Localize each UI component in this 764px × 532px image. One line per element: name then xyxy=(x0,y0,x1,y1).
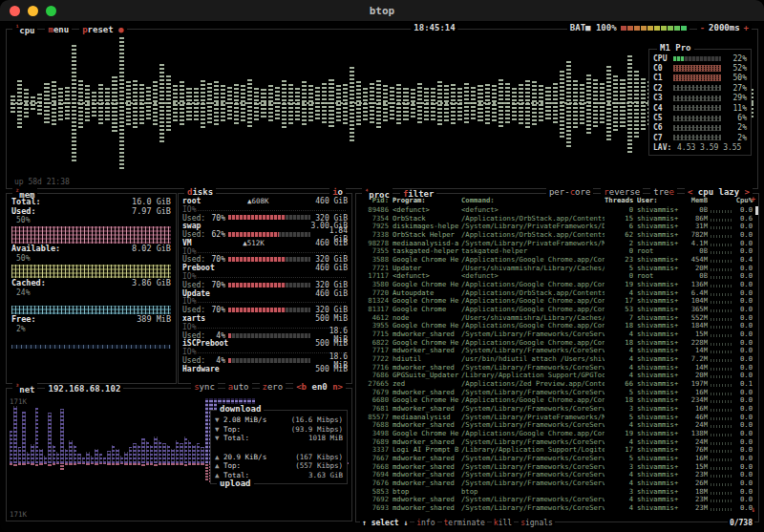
menu-button[interactable]: menu xyxy=(45,25,72,35)
net-download-bar xyxy=(112,445,115,463)
process-row[interactable]: 7668mdworker_shared/System/Library/Frame… xyxy=(360,462,754,471)
scroll-up-icon[interactable]: + xyxy=(751,195,755,203)
header-program[interactable]: Program: xyxy=(393,196,461,204)
cpu-box-title[interactable]: ¹cpu xyxy=(12,23,37,36)
minimize-button[interactable] xyxy=(28,6,38,16)
process-cpu: 0.0 xyxy=(733,264,753,272)
process-row[interactable]: 3580Google Chrome He/Applications/Google… xyxy=(360,280,754,288)
process-row[interactable]: 3498Google Chrome He/Applications/Google… xyxy=(360,429,754,437)
process-user: shivammis+ xyxy=(637,470,681,479)
process-row[interactable]: 7686GPGSuite_Updater/Library/Application… xyxy=(360,371,754,379)
info-button[interactable]: info xyxy=(414,519,436,527)
process-row[interactable]: 7667mdworker_shared/System/Library/Frame… xyxy=(360,454,754,462)
process-row[interactable]: 7715mdworker_shared/System/Library/Frame… xyxy=(360,330,754,338)
process-row[interactable]: 3588Google Chrome He/Applications/Google… xyxy=(360,255,754,264)
net-download-bar xyxy=(129,447,132,463)
disk-name-row: xarts500 MiB xyxy=(182,314,348,323)
net-sync-button[interactable]: sync xyxy=(191,382,218,393)
process-row[interactable]: 85577mediaanalysisd/System/Library/Priva… xyxy=(360,413,754,421)
process-row[interactable]: 3955Google Chrome He/Applications/Google… xyxy=(360,321,754,330)
process-user: shivammis+ xyxy=(637,296,681,305)
process-row[interactable]: 81317Google Chrome/Applications/Google C… xyxy=(360,305,754,313)
process-pid: 7689 xyxy=(360,437,389,446)
process-pid: 3580 xyxy=(360,280,389,288)
process-threads: 53 xyxy=(605,305,633,313)
process-row[interactable]: 6822Google Chrome He/Applications/Google… xyxy=(360,338,754,347)
net-upload-bar xyxy=(44,463,47,464)
process-row[interactable]: 98278mediaanalysisd-a/System/Library/Pri… xyxy=(360,239,754,247)
cpu-total-meter-fill xyxy=(673,56,684,61)
process-cpu: 0.0 xyxy=(733,470,753,479)
process-row[interactable]: 4612node/Users/shivammishra/Library/Cach… xyxy=(360,313,754,322)
select-control[interactable]: ↑ select ↓ xyxy=(360,519,410,527)
header-pid[interactable]: Pid: xyxy=(360,196,389,204)
process-user: shivammis+ xyxy=(637,479,681,487)
process-program: mdworker_shared xyxy=(393,388,461,396)
net-interface-switcher[interactable]: <b en0 n> xyxy=(293,382,346,393)
mem-box: ²mem Total: 16.0 GiB Used:7.97 GiB50%Ava… xyxy=(6,193,177,384)
process-row[interactable]: 7689mdworker_shared/System/Library/Frame… xyxy=(360,437,754,446)
process-row[interactable]: 7722hdiutil/usr/bin/hdiutil attach /User… xyxy=(360,354,754,363)
disk-used-meter xyxy=(228,257,310,262)
disk-used-row: Used:70%320 GiB xyxy=(182,306,348,314)
process-row[interactable]: 7355taskgated-helpertaskgated-helper0roo… xyxy=(360,246,754,255)
process-threads: 5 xyxy=(605,264,633,272)
disk-name: Hardware xyxy=(182,365,220,373)
process-row[interactable]: 5853btopbtop3shivammis+18M0.0 xyxy=(360,487,754,496)
net-download-bar xyxy=(107,451,110,464)
net-box-title[interactable]: ³net xyxy=(12,382,37,395)
process-scrollbar[interactable] xyxy=(755,206,758,215)
net-upload-bar xyxy=(180,463,182,465)
process-mem: 23M xyxy=(681,503,708,512)
net-upload-bar xyxy=(82,463,85,464)
process-threads: 4 xyxy=(605,354,633,363)
header-user[interactable]: User: xyxy=(637,196,681,204)
zoom-button[interactable] xyxy=(46,6,56,16)
disk-io-graph xyxy=(198,301,346,303)
disk-name-row: VM▲512K460 GiB xyxy=(182,239,348,247)
close-button[interactable] xyxy=(10,6,20,16)
process-row[interactable]: 7720Autoupdate/Applications/OrbStack.app… xyxy=(360,288,754,297)
preset-button[interactable]: preset ● xyxy=(79,25,126,35)
process-user: shivammis+ xyxy=(637,255,681,264)
cpu-cores-box: M1 Pro CPU22%C052%C150%C227%C329%C411%C5… xyxy=(648,49,752,156)
header-memb[interactable]: MemB xyxy=(681,196,708,204)
interval-decrease-button[interactable]: - xyxy=(700,23,705,32)
process-row[interactable]: 7925diskimages-helpe/System/Library/Priv… xyxy=(360,222,754,230)
mem-entry-label-row: Free:389 MiB xyxy=(11,315,171,325)
process-row[interactable]: 7338OrbStack Helper/Applications/OrbStac… xyxy=(360,230,754,239)
signals-button[interactable]: signals xyxy=(519,519,555,527)
process-row[interactable]: 7721Updater/Users/shivammishra/Library/C… xyxy=(360,264,754,272)
process-row[interactable]: 89486<defunct><defunct>0shivammis+0B0.0 xyxy=(360,205,754,214)
scroll-down-icon[interactable]: ↓ xyxy=(751,505,755,514)
terminate-button[interactable]: terminate xyxy=(442,519,487,527)
process-row[interactable]: 7679mdworker_shared/System/Library/Frame… xyxy=(360,388,754,396)
process-row[interactable]: 7694mdworker_shared/System/Library/Frame… xyxy=(360,471,754,479)
process-row[interactable]: 3337Logi AI Prompt B/Library/Application… xyxy=(360,445,754,454)
kill-button[interactable]: kill xyxy=(492,519,514,527)
process-row[interactable]: 6680Google Chrome He/Applications/Google… xyxy=(360,395,754,404)
process-pid: 7716 xyxy=(360,363,389,372)
process-row[interactable]: 7681mdworker_shared/System/Library/Frame… xyxy=(360,404,754,413)
process-row[interactable]: 7716mdworker_shared/System/Library/Frame… xyxy=(360,363,754,372)
process-row[interactable]: 17117<defunct><defunct>0root0B0.0 xyxy=(360,271,754,280)
disk-io-graph xyxy=(198,251,346,253)
header-command[interactable]: Command: xyxy=(461,196,605,204)
process-row[interactable]: 7688mdworker_shared/System/Library/Frame… xyxy=(360,420,754,429)
process-command: /System/Library/PrivateFrameworks/Di xyxy=(461,222,605,230)
disk-io-label: IO% xyxy=(182,348,196,356)
process-row[interactable]: 7354OrbStack/Applications/OrbStack.app/C… xyxy=(360,214,754,223)
process-threads: 4 xyxy=(605,495,633,503)
process-row[interactable]: 27665zed/Applications/Zed Preview.app/Co… xyxy=(360,379,754,388)
header-cpu[interactable]: Cpu% xyxy=(733,196,753,204)
header-threads[interactable]: Threads: xyxy=(605,196,633,204)
process-row[interactable]: 7692mdworker_shared/System/Library/Frame… xyxy=(360,496,754,504)
net-zero-button[interactable]: zero xyxy=(260,382,286,393)
interval-increase-button[interactable]: + xyxy=(744,23,749,32)
process-row[interactable]: 7676mdworker_shared/System/Library/Frame… xyxy=(360,479,754,487)
process-row[interactable]: 7693mdworker_shared/System/Library/Frame… xyxy=(360,503,754,512)
process-command: /System/Library/Frameworks/CoreServi xyxy=(461,363,605,372)
net-auto-button[interactable]: auto xyxy=(225,382,252,393)
process-row[interactable]: 7717mdworker_shared/System/Library/Frame… xyxy=(360,346,754,354)
process-row[interactable]: 81324Google Chrome He/Applications/Googl… xyxy=(360,296,754,305)
